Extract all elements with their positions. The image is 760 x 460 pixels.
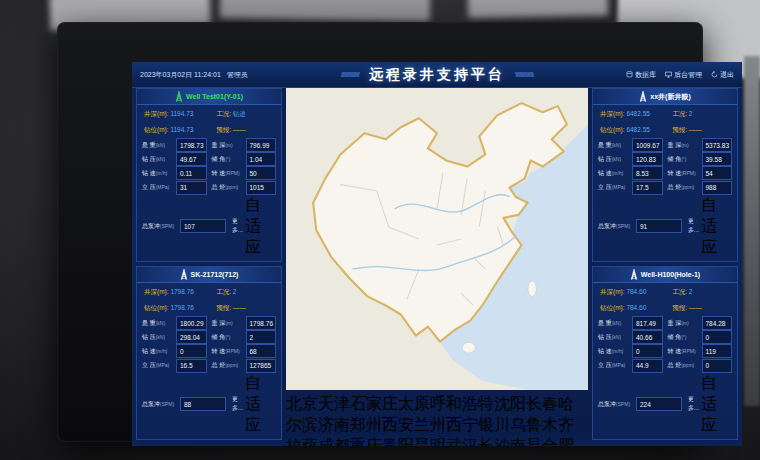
measure-label: 倾 角(°) bbox=[668, 155, 700, 164]
dashboard-main: Well Test01(Y-01)井深(m): 1194.73工况: 钻进钻位(… bbox=[136, 88, 738, 440]
measure-label: 倾 角(°) bbox=[212, 333, 244, 342]
map-city: 兰州 bbox=[414, 416, 446, 433]
measure-value: 2 bbox=[246, 330, 277, 344]
china-map[interactable]: 北京天津石家庄太原呼和浩特沈阳长春哈尔滨济南郑州西安兰州西宁银川乌鲁木齐拉萨成都… bbox=[286, 88, 588, 446]
map-city: 西安 bbox=[382, 416, 414, 433]
condition-label: 工况: bbox=[672, 288, 687, 295]
measure-value: 16.5 bbox=[176, 359, 207, 373]
header-nav-label: 退出 bbox=[720, 70, 734, 80]
measure-value: 1015 bbox=[246, 181, 277, 195]
measure-label: 垂 深(m) bbox=[212, 319, 244, 328]
bit-position-label: 钻位(m): bbox=[600, 126, 625, 133]
title-decoration-right: \\\\\\\\\\\\\\\ bbox=[515, 70, 533, 79]
measure-label: 立 压(MPa) bbox=[598, 361, 630, 370]
map-city: 武汉 bbox=[446, 437, 478, 446]
city-name: 兰州 bbox=[414, 416, 446, 433]
well-card-header: xx井(新井眼) bbox=[593, 89, 737, 105]
map-city: 济南 bbox=[318, 416, 350, 433]
bit-position-label: 钻位(m): bbox=[600, 304, 625, 311]
header-nav-console[interactable]: 后台管理 bbox=[665, 70, 702, 80]
measure-value: 44.9 bbox=[632, 359, 663, 373]
measure-value: 1.04 bbox=[246, 152, 277, 166]
city-name: 南昌 bbox=[510, 437, 542, 446]
bit-position-label: 钻位(m): bbox=[144, 126, 169, 133]
measure-value: 224 bbox=[636, 397, 682, 411]
more-link[interactable]: 更多... bbox=[688, 217, 699, 235]
bit-position-value: 1798.76 bbox=[170, 304, 194, 311]
measure-value: 39.58 bbox=[702, 152, 733, 166]
city-name: 乌鲁木齐 bbox=[510, 416, 574, 433]
measure-value: 1798.76 bbox=[246, 316, 277, 330]
measure-value: 988 bbox=[702, 181, 733, 195]
forecast-value: —— bbox=[233, 304, 246, 311]
header-nav: 数据库后台管理退出 bbox=[626, 70, 734, 80]
measure-label: 转 速(RPM) bbox=[668, 169, 700, 178]
more-link[interactable]: 更多... bbox=[688, 395, 699, 413]
measure-value: 91 bbox=[636, 219, 682, 233]
measure-value: 5373.83 bbox=[702, 138, 733, 152]
measure-value: 0 bbox=[176, 344, 207, 358]
measure-value: 1798.73 bbox=[176, 138, 207, 152]
forecast-label: 预报: bbox=[672, 304, 687, 311]
city-name: 济南 bbox=[318, 416, 350, 433]
auto-fit-button[interactable]: 自适应 bbox=[245, 195, 276, 258]
measure-value: 8.53 bbox=[632, 166, 663, 180]
bit-position-value: 784.60 bbox=[626, 304, 646, 311]
city-name: 长春 bbox=[526, 395, 558, 412]
measure-label: 悬 重(kN) bbox=[142, 319, 174, 328]
header-nav-database[interactable]: 数据库 bbox=[626, 70, 656, 80]
measure-label: 钻 速(m/h) bbox=[598, 347, 630, 356]
well-name: xx井(新井眼) bbox=[650, 92, 690, 102]
measure-value: 119 bbox=[702, 344, 733, 358]
well-measurements: 悬 重(kN)817.49垂 深(m)784.28钻 压(kN)40.66倾 角… bbox=[593, 316, 737, 439]
well-info-grid: 井深(m): 1194.73工况: 钻进钻位(m): 1194.73预报: —— bbox=[137, 105, 281, 138]
derrick-icon bbox=[639, 91, 647, 102]
photo-background: /////////////// 远程录井支持平台 \\\\\\\\\\\\\\\… bbox=[0, 0, 760, 460]
measure-label: 转 速(RPM) bbox=[212, 169, 244, 178]
city-name: 郑州 bbox=[350, 416, 382, 433]
forecast-value: —— bbox=[689, 304, 702, 311]
header-nav-logout[interactable]: 退出 bbox=[711, 70, 734, 80]
depth-label: 井深(m): bbox=[600, 110, 625, 117]
measure-value: 817.49 bbox=[632, 316, 663, 330]
auto-fit-button[interactable]: 自适应 bbox=[245, 373, 276, 436]
measure-label: 总 烃(ppm) bbox=[212, 183, 244, 192]
depth-value: 6482.55 bbox=[626, 110, 650, 117]
well-info-grid: 井深(m): 1798.76工况: 2钻位(m): 1798.76预报: —— bbox=[137, 283, 281, 316]
map-city: 沈阳 bbox=[494, 395, 526, 412]
map-city-layer: 北京天津石家庄太原呼和浩特沈阳长春哈尔滨济南郑州西安兰州西宁银川乌鲁木齐拉萨成都… bbox=[286, 394, 588, 446]
depth-label: 井深(m): bbox=[144, 110, 169, 117]
measure-value: 40.66 bbox=[632, 330, 663, 344]
city-name: 银川 bbox=[478, 416, 510, 433]
condition-label: 工况: bbox=[216, 110, 231, 117]
city-name: 贵阳 bbox=[382, 437, 414, 446]
wall-strip bbox=[744, 56, 760, 406]
bit-position-value: 1194.73 bbox=[170, 126, 193, 133]
measure-value: 49.67 bbox=[176, 152, 207, 166]
condition-value: 2 bbox=[689, 288, 693, 295]
measure-label: 总 烃(ppm) bbox=[668, 361, 700, 370]
auto-fit-button[interactable]: 自适应 bbox=[701, 195, 732, 258]
measure-value: 68 bbox=[246, 344, 277, 358]
measure-value: 107 bbox=[180, 219, 226, 233]
more-link[interactable]: 更多... bbox=[232, 395, 243, 413]
logout-icon bbox=[711, 71, 718, 78]
map-city: 昆明 bbox=[414, 437, 446, 446]
measure-value: 0.11 bbox=[176, 166, 207, 180]
measure-value: 298.04 bbox=[176, 330, 207, 344]
derrick-icon bbox=[630, 269, 638, 280]
measure-label: 钻 速(m/h) bbox=[142, 169, 174, 178]
city-name: 武汉 bbox=[446, 437, 478, 446]
well-measurements: 悬 重(kN)1798.73垂 深(m)796.99钻 压(kN)49.67倾 … bbox=[137, 138, 281, 261]
auto-fit-button[interactable]: 自适应 bbox=[701, 373, 732, 436]
map-city: 西宁 bbox=[446, 416, 478, 433]
measure-value: 120.83 bbox=[632, 152, 663, 166]
map-city: 乌鲁木齐 bbox=[510, 416, 574, 433]
city-name: 合肥 bbox=[542, 437, 574, 446]
measure-value: 88 bbox=[180, 397, 226, 411]
measure-label: 倾 角(°) bbox=[212, 155, 244, 164]
measure-value: 17.5 bbox=[632, 181, 663, 195]
city-name: 昆明 bbox=[414, 437, 446, 446]
well-card: Well-H100(Hole-1)井深(m): 784.60工况: 2钻位(m)… bbox=[592, 266, 738, 440]
more-link[interactable]: 更多... bbox=[232, 217, 243, 235]
